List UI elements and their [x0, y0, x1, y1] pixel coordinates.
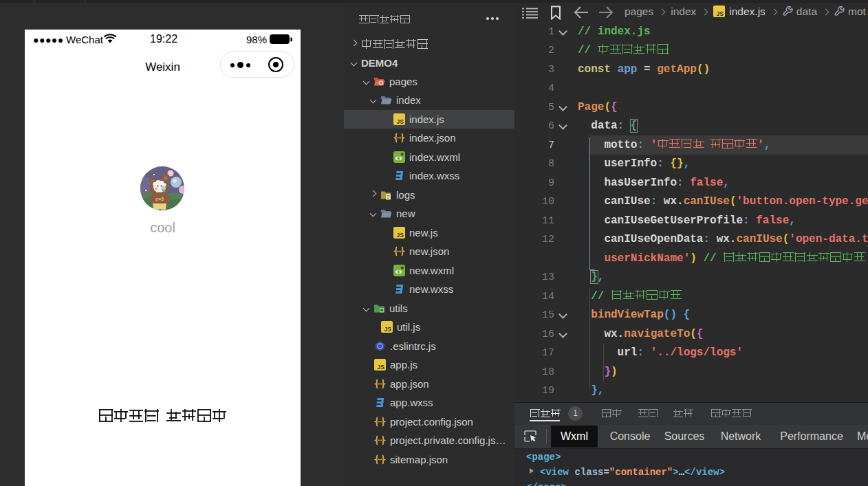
svg-text:JS: JS — [397, 231, 404, 238]
svg-text:JS: JS — [378, 364, 385, 371]
svg-text:JS: JS — [384, 326, 392, 333]
svg-text:JS: JS — [397, 118, 404, 124]
svg-text:c=3: c=3 — [155, 197, 164, 201]
svg-text:JS: JS — [717, 10, 724, 17]
